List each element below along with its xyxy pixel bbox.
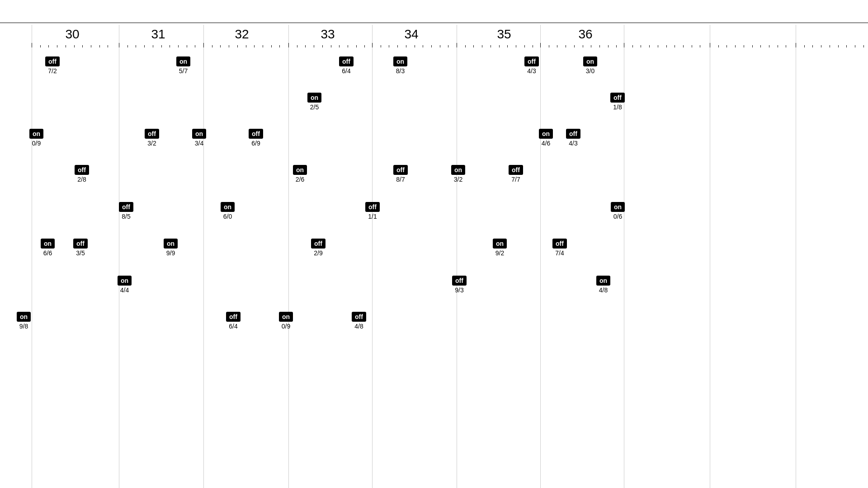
on-badge: on	[293, 165, 307, 175]
tick-minor	[700, 45, 700, 47]
on-badge: on	[451, 165, 465, 175]
event-node: on6/6	[41, 239, 55, 257]
tick-major	[203, 43, 204, 47]
event-value: 3/4	[195, 140, 203, 147]
off-badge: off	[311, 239, 326, 249]
event-node: off6/4	[339, 56, 354, 75]
event-node: off3/5	[73, 239, 88, 257]
on-badge: on	[41, 239, 55, 249]
tick-minor	[339, 45, 340, 47]
tick-minor	[566, 45, 566, 47]
on-badge: on	[279, 312, 293, 322]
event-node: on4/4	[118, 276, 132, 294]
tick-minor	[356, 45, 357, 47]
tick-major	[32, 43, 32, 47]
tick-minor	[406, 45, 406, 47]
off-badge: off	[226, 312, 241, 322]
tick-minor	[170, 45, 170, 47]
ruler	[0, 25, 868, 52]
tick-minor	[591, 45, 591, 47]
event-node: off4/3	[566, 129, 580, 147]
tick-minor	[804, 45, 805, 47]
event-value: 4/3	[527, 67, 536, 75]
tick-minor	[641, 45, 641, 47]
tick-minor	[599, 45, 600, 47]
tick-minor	[440, 45, 440, 47]
column-divider	[203, 25, 204, 488]
event-value: 0/9	[32, 140, 41, 147]
event-node: on3/4	[192, 129, 206, 147]
column-divider	[288, 25, 289, 488]
tick-minor	[507, 45, 508, 47]
tick-minor	[74, 45, 75, 47]
off-badge: off	[452, 276, 467, 286]
tick-minor	[473, 45, 474, 47]
event-value: 3/0	[586, 67, 594, 75]
event-value: 4/6	[542, 140, 550, 147]
off-badge: off	[75, 165, 89, 175]
tick-minor	[499, 45, 500, 47]
event-value: 1/1	[368, 213, 377, 220]
event-node: off8/7	[393, 165, 408, 183]
tick-minor	[322, 45, 323, 47]
event-node: off3/2	[145, 129, 159, 147]
event-node: off6/9	[249, 129, 263, 147]
tick-minor	[744, 45, 744, 47]
tick-minor	[423, 45, 423, 47]
event-node: off8/5	[119, 202, 133, 220]
tick-minor	[389, 45, 389, 47]
event-node: off6/4	[226, 312, 241, 330]
tick-minor	[482, 45, 482, 47]
event-node: on3/2	[451, 165, 465, 183]
column-label: 34	[393, 27, 429, 42]
event-node: on0/9	[29, 129, 43, 147]
event-value: 6/9	[251, 140, 260, 147]
on-badge: on	[221, 202, 235, 212]
tick-minor	[108, 45, 108, 47]
tick-minor	[608, 45, 609, 47]
tick-minor	[735, 45, 736, 47]
tick-major	[372, 43, 373, 47]
tick-major	[796, 43, 796, 47]
event-value: 2/8	[77, 176, 86, 183]
off-badge: off	[119, 202, 133, 212]
on-badge: on	[583, 56, 597, 66]
event-value: 3/2	[454, 176, 462, 183]
event-value: 6/4	[229, 323, 237, 330]
event-value: 5/7	[179, 67, 188, 75]
on-badge: on	[176, 56, 190, 66]
tick-minor	[229, 45, 229, 47]
on-badge: on	[118, 276, 132, 286]
off-badge: off	[145, 129, 159, 139]
event-node: off1/8	[610, 93, 625, 111]
tick-minor	[279, 45, 280, 47]
on-badge: on	[29, 129, 43, 139]
tick-minor	[331, 45, 331, 47]
event-value: 4/3	[569, 140, 577, 147]
tick-minor	[583, 45, 583, 47]
event-value: 6/6	[43, 249, 52, 257]
tick-minor	[144, 45, 145, 47]
event-value: 2/6	[296, 176, 304, 183]
event-node: off7/7	[509, 165, 523, 183]
tick-minor	[431, 45, 432, 47]
off-badge: off	[365, 202, 380, 212]
off-badge: off	[249, 129, 263, 139]
off-badge: off	[352, 312, 366, 322]
column-divider	[540, 25, 541, 488]
event-value: 4/8	[354, 323, 363, 330]
tick-minor	[658, 45, 658, 47]
tick-minor	[254, 45, 255, 47]
event-node: off7/2	[45, 56, 60, 75]
event-value: 9/3	[455, 286, 463, 294]
tick-major	[119, 43, 119, 47]
column-divider	[32, 25, 32, 488]
event-value: 7/2	[48, 67, 57, 75]
tick-minor	[57, 45, 57, 47]
tick-minor	[40, 45, 41, 47]
on-badge: on	[539, 129, 553, 139]
tick-minor	[632, 45, 633, 47]
off-badge: off	[610, 93, 625, 103]
event-node: on2/6	[293, 165, 307, 183]
tick-minor	[855, 45, 855, 47]
